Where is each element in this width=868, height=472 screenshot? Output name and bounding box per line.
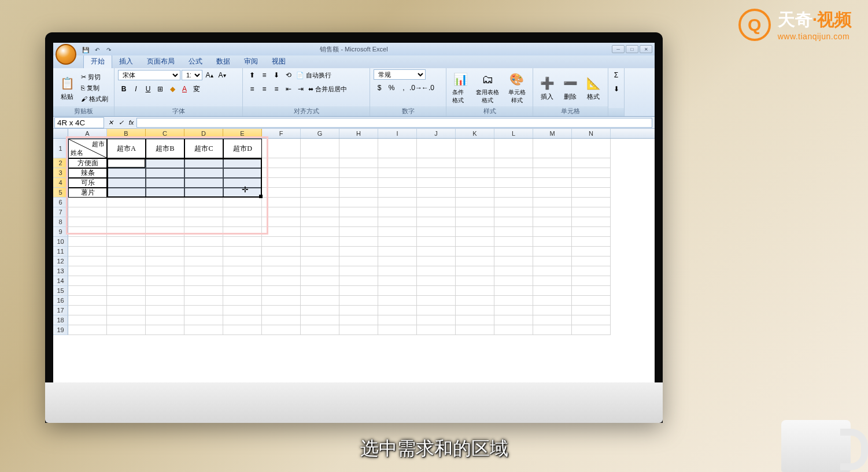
cell-empty[interactable] bbox=[572, 247, 611, 257]
cell-h3[interactable] bbox=[339, 168, 378, 178]
cell-empty[interactable] bbox=[146, 286, 184, 296]
cell-empty[interactable] bbox=[262, 296, 301, 306]
cell-empty[interactable] bbox=[146, 237, 184, 247]
cell-empty[interactable] bbox=[456, 257, 494, 266]
cell-empty[interactable] bbox=[417, 257, 456, 266]
cell-empty[interactable] bbox=[417, 296, 456, 306]
cell-empty[interactable] bbox=[339, 237, 378, 247]
col-header-c[interactable]: C bbox=[146, 129, 184, 138]
cell-empty[interactable] bbox=[301, 207, 339, 217]
cell-empty[interactable] bbox=[533, 276, 572, 286]
cell-g2[interactable] bbox=[301, 158, 339, 168]
cell-j4[interactable] bbox=[417, 178, 456, 188]
cell-l3[interactable] bbox=[494, 168, 533, 178]
cell-empty[interactable] bbox=[107, 237, 146, 247]
comma-button[interactable]: , bbox=[398, 82, 409, 94]
cell-empty[interactable] bbox=[533, 315, 572, 325]
cell-empty[interactable] bbox=[417, 227, 456, 237]
orientation-button[interactable]: ⟲ bbox=[283, 69, 294, 81]
cell-a4[interactable]: 可乐 bbox=[68, 178, 107, 188]
cell-empty[interactable] bbox=[339, 315, 378, 325]
cell-empty[interactable] bbox=[378, 217, 417, 227]
cell-empty[interactable] bbox=[417, 198, 456, 207]
cell-empty[interactable] bbox=[456, 237, 494, 247]
cell-empty[interactable] bbox=[184, 296, 223, 306]
row-header-5[interactable]: 5 bbox=[53, 188, 68, 198]
fill-series-button[interactable]: ⬇ bbox=[611, 83, 622, 95]
cell-empty[interactable] bbox=[223, 198, 262, 207]
cell-empty[interactable] bbox=[494, 266, 533, 276]
cell-i4[interactable] bbox=[378, 178, 417, 188]
cell-empty[interactable] bbox=[417, 217, 456, 227]
cell-empty[interactable] bbox=[107, 266, 146, 276]
cell-empty[interactable] bbox=[262, 315, 301, 325]
wrap-button[interactable]: 📄自动换行 bbox=[295, 69, 333, 81]
increase-decimal-button[interactable]: .0→ bbox=[410, 82, 422, 94]
cell-f4[interactable] bbox=[262, 178, 301, 188]
cell-d4[interactable] bbox=[184, 178, 223, 188]
cell-m2[interactable] bbox=[533, 158, 572, 168]
percent-button[interactable]: % bbox=[386, 82, 397, 94]
autosum-button[interactable]: Σ bbox=[611, 69, 622, 81]
cell-a2[interactable]: 方便面 bbox=[68, 158, 107, 168]
cell-empty[interactable] bbox=[68, 227, 107, 237]
cell-empty[interactable] bbox=[572, 237, 611, 247]
cell-m5[interactable] bbox=[533, 188, 572, 198]
cell-empty[interactable] bbox=[184, 207, 223, 217]
decrease-font-button[interactable]: A▾ bbox=[216, 69, 228, 81]
cell-empty[interactable] bbox=[339, 325, 378, 335]
row-header-9[interactable]: 9 bbox=[53, 227, 68, 237]
merge-button[interactable]: ⬌合并后居中 bbox=[307, 83, 348, 95]
cell-empty[interactable] bbox=[456, 286, 494, 296]
cell-empty[interactable] bbox=[223, 315, 262, 325]
row-header-12[interactable]: 12 bbox=[53, 257, 68, 266]
cell-empty[interactable] bbox=[494, 217, 533, 227]
cell-empty[interactable] bbox=[494, 247, 533, 257]
cell-i2[interactable] bbox=[378, 158, 417, 168]
cell-empty[interactable] bbox=[533, 306, 572, 315]
cell-empty[interactable] bbox=[378, 247, 417, 257]
cell-empty[interactable] bbox=[301, 247, 339, 257]
cell-empty[interactable] bbox=[572, 296, 611, 306]
cell-empty[interactable] bbox=[533, 207, 572, 217]
cell-empty[interactable] bbox=[533, 266, 572, 276]
row-header-8[interactable]: 8 bbox=[53, 217, 68, 227]
cell-empty[interactable] bbox=[572, 276, 611, 286]
cell-empty[interactable] bbox=[417, 247, 456, 257]
cell-empty[interactable] bbox=[494, 325, 533, 335]
cell-empty[interactable] bbox=[301, 227, 339, 237]
col-header-b[interactable]: B bbox=[107, 129, 146, 138]
row-header-6[interactable]: 6 bbox=[53, 198, 68, 207]
cell-empty[interactable] bbox=[378, 266, 417, 276]
cell-h4[interactable] bbox=[339, 178, 378, 188]
cell-m4[interactable] bbox=[533, 178, 572, 188]
cell-empty[interactable] bbox=[262, 207, 301, 217]
cell-empty[interactable] bbox=[378, 325, 417, 335]
font-name-select[interactable]: 宋体 bbox=[118, 70, 180, 80]
cell-empty[interactable] bbox=[107, 286, 146, 296]
number-format-select[interactable]: 常规 bbox=[374, 69, 426, 80]
row-header-14[interactable]: 14 bbox=[53, 276, 68, 286]
cell-empty[interactable] bbox=[68, 207, 107, 217]
cell-empty[interactable] bbox=[262, 247, 301, 257]
cell-empty[interactable] bbox=[417, 276, 456, 286]
cell-empty[interactable] bbox=[417, 286, 456, 296]
col-header-i[interactable]: I bbox=[378, 129, 417, 138]
cell-empty[interactable] bbox=[68, 198, 107, 207]
cell-empty[interactable] bbox=[301, 325, 339, 335]
cell-empty[interactable] bbox=[494, 296, 533, 306]
align-right-button[interactable]: ≡ bbox=[271, 83, 282, 95]
cell-n1[interactable] bbox=[572, 139, 611, 158]
cell-empty[interactable] bbox=[223, 217, 262, 227]
cell-empty[interactable] bbox=[339, 217, 378, 227]
cell-j2[interactable] bbox=[417, 158, 456, 168]
cell-empty[interactable] bbox=[378, 227, 417, 237]
cell-d2[interactable] bbox=[184, 158, 223, 168]
cell-empty[interactable] bbox=[301, 257, 339, 266]
qat-save[interactable]: 💾 bbox=[81, 45, 90, 54]
select-all-corner[interactable] bbox=[53, 129, 68, 138]
cell-empty[interactable] bbox=[223, 306, 262, 315]
row-header-17[interactable]: 17 bbox=[53, 306, 68, 315]
cell-empty[interactable] bbox=[572, 315, 611, 325]
cell-empty[interactable] bbox=[339, 296, 378, 306]
